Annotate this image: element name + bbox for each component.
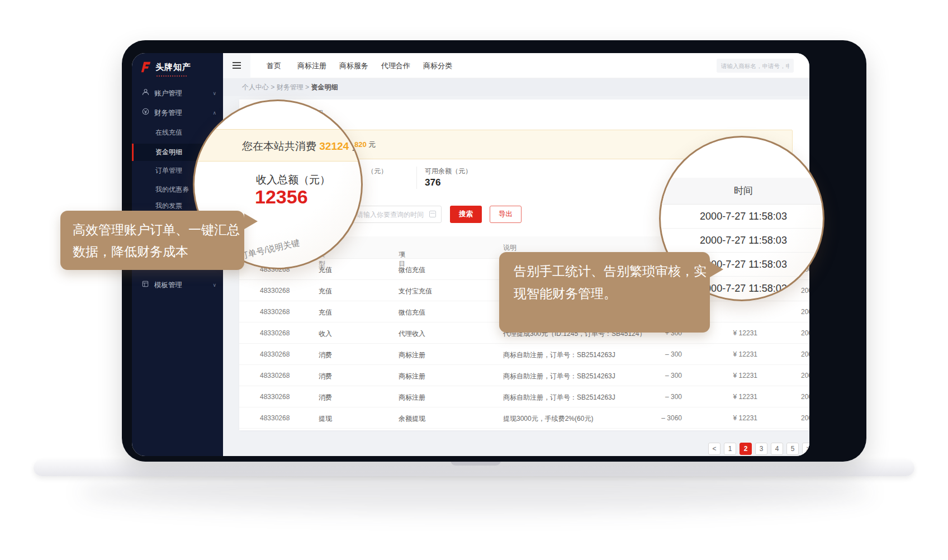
nav-trademark-category[interactable]: 商标分类 — [423, 53, 452, 78]
breadcrumb: 个人中心 > 财务管理 > 资金明细 — [242, 78, 338, 96]
laptop-shadow — [78, 473, 872, 512]
page-2-button-active[interactable]: 2 — [740, 443, 752, 455]
nav-agent-cooperation[interactable]: 代理合作 — [381, 53, 410, 78]
table-row: 48330268消费商标注册商标自助注册，订单号：SB2514263J– 300… — [239, 386, 809, 407]
callout-pointer — [244, 213, 258, 229]
callout-finance-management: 高效管理账户订单、一键汇总数据，降低财务成本 — [60, 211, 244, 270]
chevron-down-icon: ∨ — [212, 277, 216, 293]
page-1-button[interactable]: 1 — [724, 443, 736, 455]
col-desc: 说明 — [503, 243, 516, 253]
global-search-input[interactable] — [717, 59, 794, 73]
available-balance-label: 可用余额（元） — [425, 167, 472, 176]
nav-home[interactable]: 首页 — [267, 53, 281, 78]
sidebar-item-account[interactable]: 账户管理 ∨ — [132, 85, 223, 102]
chevron-down-icon: ∨ — [212, 85, 216, 102]
finance-icon — [140, 105, 150, 121]
table-row: 48330268消费商标注册商标自助注册，订单号：SB2514263J– 300… — [239, 365, 809, 386]
table-row: 48330268提现余额提现提现3000元，手续费2%(60元)– 3060¥ … — [239, 407, 809, 429]
magnified-time-cell: 2000-7-27 11:58:03 — [661, 229, 824, 253]
magnified-income-label: 收入总额（元） — [256, 173, 330, 187]
menu-toggle-strip[interactable] — [223, 53, 250, 78]
hamburger-icon — [233, 62, 241, 69]
stat-divider — [416, 167, 417, 189]
magnified-time-column-header: 时间 — [661, 178, 824, 205]
brand-logo-tagline-dots — [157, 75, 187, 77]
magnified-income-value: 12356 — [255, 186, 308, 208]
page-5-button[interactable]: 5 — [786, 443, 799, 455]
callout-pointer — [710, 262, 723, 277]
brand-name: 头牌知产 — [155, 62, 191, 72]
callout-smart-finance: 告别手工统计、告别繁琐审核，实现智能财务管理。 — [499, 252, 710, 333]
page-3-button[interactable]: 3 — [755, 443, 767, 455]
pagination: < 1 2 3 4 5 > — [708, 443, 809, 455]
magnified-consumption-banner: 您在本站共消费 32124 元 — [195, 129, 363, 162]
export-button[interactable]: 导出 — [490, 206, 522, 223]
page-next-button[interactable]: > — [802, 443, 809, 455]
topbar: 首页 商标注册 商标服务 代理合作 商标分类 — [223, 53, 809, 78]
sidebar-item-templates[interactable]: 模板管理 ∨ — [132, 277, 223, 293]
sort-caret-icon: ∨ — [400, 250, 405, 258]
page-prev-button[interactable]: < — [708, 443, 721, 455]
page-4-button[interactable]: 4 — [771, 443, 783, 455]
calendar-icon[interactable] — [429, 211, 436, 217]
nav-trademark-register[interactable]: 商标注册 — [297, 53, 326, 78]
magnified-table-header-fragment: 订单号/说明关键 — [239, 238, 301, 262]
page-canvas: 头牌知产 账户管理 ∨ 财务管理 ∧ — [0, 0, 948, 560]
sidebar-item-finance[interactable]: 财务管理 ∧ — [132, 105, 223, 121]
user-icon — [140, 85, 150, 102]
stat-middle-label-fragment: （元） — [367, 167, 387, 176]
magnified-consumption-amount: 32124 — [319, 140, 349, 152]
available-balance-value: 376 — [425, 177, 440, 188]
brand-logo-icon — [140, 61, 152, 73]
breadcrumb-bar: 个人中心 > 财务管理 > 资金明细 — [223, 78, 809, 96]
magnified-time-cell: 2000-7-27 11:58:03 — [661, 205, 824, 229]
chevron-up-icon: ∧ — [212, 105, 216, 121]
table-row: 48330268消费商标注册商标自助注册，订单号：SB2514263J– 300… — [239, 344, 809, 365]
template-icon — [140, 277, 150, 293]
date-query-input[interactable] — [350, 206, 442, 223]
banner-visible-fragment: 820 元 — [354, 140, 376, 150]
nav-trademark-service[interactable]: 商标服务 — [339, 53, 368, 78]
search-button[interactable]: 搜索 — [450, 206, 482, 223]
